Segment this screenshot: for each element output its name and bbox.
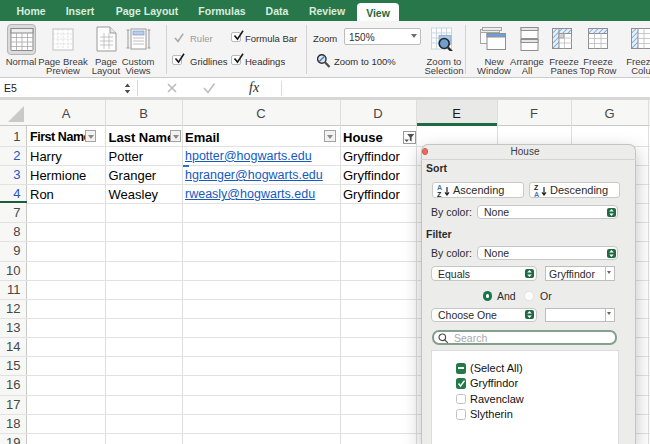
svg-text:A: A [534,191,539,197]
svg-text:Z: Z [437,191,442,197]
svg-text:Z: Z [534,184,539,191]
svg-text:A: A [437,184,442,191]
